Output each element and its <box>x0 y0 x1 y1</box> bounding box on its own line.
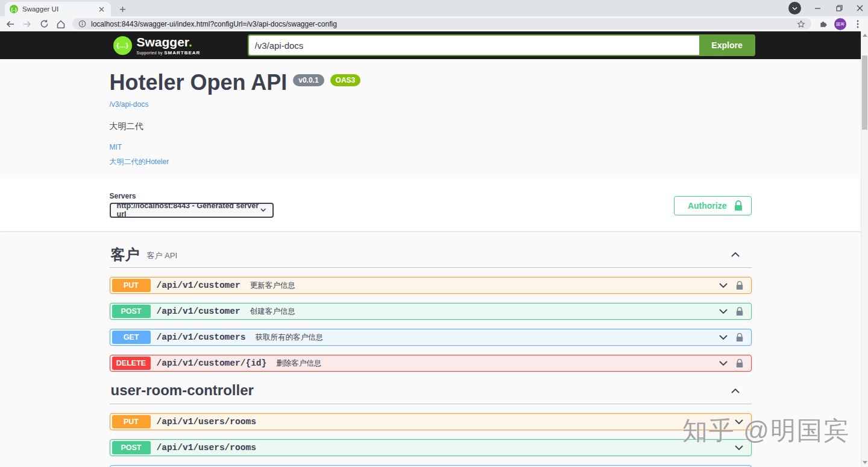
operation-path: /api/v1/customers <box>157 332 246 342</box>
operation-row[interactable]: PUT /api/v1/customer 更新客户信息 <box>110 277 752 294</box>
back-icon[interactable] <box>5 19 16 30</box>
chevron-up-icon[interactable] <box>731 252 740 257</box>
spec-link[interactable]: /v3/api-docs <box>110 100 149 109</box>
operation-row[interactable]: PUT /api/v1/users/rooms <box>110 413 752 430</box>
operation-description: 获取所有的客户信息 <box>255 332 323 343</box>
swagger-logo-subtext: Supported by SMARTBEAR <box>137 50 201 56</box>
tab-title: Swagger UI <box>22 5 92 13</box>
authorize-label: Authorize <box>688 201 727 211</box>
section-header[interactable]: 客户 客户 API <box>110 244 752 268</box>
browser-toolbar: localhost:8443/swagger-ui/index.html?con… <box>0 16 868 31</box>
scheme-container: Servers http://localhost:8443 - Generate… <box>0 178 861 231</box>
operation-row[interactable]: POST /api/v1/users/rooms <box>110 439 752 456</box>
operation-description: 创建客户信息 <box>250 307 295 317</box>
new-tab-button[interactable] <box>116 3 128 15</box>
operation-row[interactable]: GET /api/v1/customers 获取所有的客户信息 <box>110 329 752 346</box>
lock-icon[interactable] <box>736 307 743 316</box>
method-badge: PUT <box>112 279 151 292</box>
server-select-value: http://localhost:8443 - Generated server… <box>117 202 261 218</box>
row-icons <box>719 359 743 368</box>
api-description: 大明二代 <box>110 121 752 132</box>
operation-description: 删除客户信息 <box>276 358 321 369</box>
operation-path: /api/v1/users/rooms <box>157 443 256 453</box>
operation-rows: PUT /api/v1/customer 更新客户信息 POST /api/v1… <box>110 277 752 372</box>
operation-rows: PUT /api/v1/users/rooms POST /api/v1/use… <box>110 413 752 467</box>
api-section: user-room-controller PUT /api/v1/users/r… <box>110 380 752 467</box>
media-controls-button[interactable] <box>788 2 801 14</box>
chevron-down-icon[interactable] <box>719 283 728 288</box>
row-icons <box>719 333 743 342</box>
api-section: 客户 客户 API PUT /api/v1/customer 更新客户信息 PO… <box>110 244 752 372</box>
url-text[interactable]: localhost:8443/swagger-ui/index.html?con… <box>91 20 792 28</box>
site-info-icon[interactable] <box>78 20 86 28</box>
api-title-text: Hoteler Open API <box>110 70 288 95</box>
watermark: 知乎 @明国宾 <box>682 414 850 448</box>
chevron-down-icon[interactable] <box>719 361 728 366</box>
method-badge: POST <box>112 441 151 454</box>
operation-description: 更新客户信息 <box>250 281 295 291</box>
section-subtitle: 客户 API <box>147 250 178 261</box>
url-bar[interactable]: localhost:8443/swagger-ui/index.html?con… <box>72 18 811 30</box>
swagger-topbar: {…} Swagger. Supported by SMARTBEAR Expl… <box>0 31 868 59</box>
page-scrollbar[interactable] <box>861 31 868 467</box>
method-badge: DELETE <box>112 357 151 370</box>
server-select[interactable]: http://localhost:8443 - Generated server… <box>110 203 274 218</box>
profile-avatar[interactable]: 国宾 <box>834 18 846 30</box>
operations-container: 客户 客户 API PUT /api/v1/customer 更新客户信息 PO… <box>110 231 752 467</box>
reload-icon[interactable] <box>39 19 49 30</box>
method-badge: GET <box>112 331 151 344</box>
spec-url-group: Explore <box>248 34 755 56</box>
padlock-icon <box>734 200 743 211</box>
method-badge: PUT <box>112 415 151 428</box>
external-docs-link[interactable]: 大明二代的Hoteler <box>110 157 752 167</box>
scrollbar-up-icon[interactable] <box>861 31 868 39</box>
home-icon[interactable] <box>55 19 66 30</box>
forward-icon[interactable] <box>22 19 33 30</box>
browser-tab[interactable]: {..} Swagger UI <box>5 2 111 16</box>
window-restore-button[interactable] <box>828 0 850 16</box>
operation-path: /api/v1/customer/{id} <box>157 358 267 368</box>
oas3-badge: OAS3 <box>330 74 361 86</box>
operation-path: /api/v1/users/rooms <box>157 417 256 427</box>
servers-block: Servers http://localhost:8443 - Generate… <box>110 192 274 218</box>
chevron-down-icon <box>260 208 266 212</box>
row-icons <box>719 307 743 316</box>
swagger-favicon-icon: {..} <box>10 5 18 13</box>
row-icons <box>719 281 743 290</box>
swagger-logo-text: Swagger <box>137 35 189 49</box>
authorize-button[interactable]: Authorize <box>674 196 752 215</box>
swagger-page: Hoteler Open API v0.0.1 OAS3 /v3/api-doc… <box>0 59 861 467</box>
operation-path: /api/v1/customer <box>157 307 241 316</box>
api-info-section: Hoteler Open API v0.0.1 OAS3 /v3/api-doc… <box>110 59 752 178</box>
window-close-button[interactable] <box>849 0 868 16</box>
section-title: user-room-controller <box>111 383 254 398</box>
tab-close-icon[interactable] <box>96 4 106 14</box>
scrollbar-down-icon[interactable] <box>861 459 868 466</box>
lock-icon[interactable] <box>736 333 743 342</box>
servers-label: Servers <box>110 192 274 200</box>
extensions-icon[interactable] <box>817 19 828 30</box>
window-minimize-button[interactable] <box>807 0 828 16</box>
swagger-logo: {…} Swagger. Supported by SMARTBEAR <box>113 36 201 56</box>
operation-row[interactable]: POST /api/v1/customer 创建客户信息 <box>110 303 752 320</box>
version-badge: v0.0.1 <box>293 74 324 86</box>
scrollbar-thumb[interactable] <box>862 56 867 130</box>
lock-icon[interactable] <box>736 359 743 368</box>
method-badge: POST <box>112 305 151 318</box>
section-title: 客户 <box>111 247 140 262</box>
swagger-logo-icon: {…} <box>113 36 132 55</box>
bookmark-star-icon[interactable] <box>797 20 805 28</box>
spec-url-input[interactable] <box>248 34 699 56</box>
browser-menu-icon[interactable] <box>852 19 863 30</box>
chevron-up-icon[interactable] <box>731 389 740 393</box>
license-link[interactable]: MIT <box>110 143 752 151</box>
chevron-down-icon[interactable] <box>719 309 728 314</box>
api-title: Hoteler Open API v0.0.1 OAS3 <box>110 70 752 95</box>
explore-button[interactable]: Explore <box>699 34 755 56</box>
chevron-down-icon[interactable] <box>719 335 728 340</box>
browser-tab-strip: {..} Swagger UI <box>0 0 868 16</box>
operation-row[interactable]: DELETE /api/v1/customer/{id} 删除客户信息 <box>110 355 752 372</box>
operation-path: /api/v1/customer <box>157 281 241 290</box>
lock-icon[interactable] <box>736 281 743 290</box>
section-header[interactable]: user-room-controller <box>110 380 752 404</box>
